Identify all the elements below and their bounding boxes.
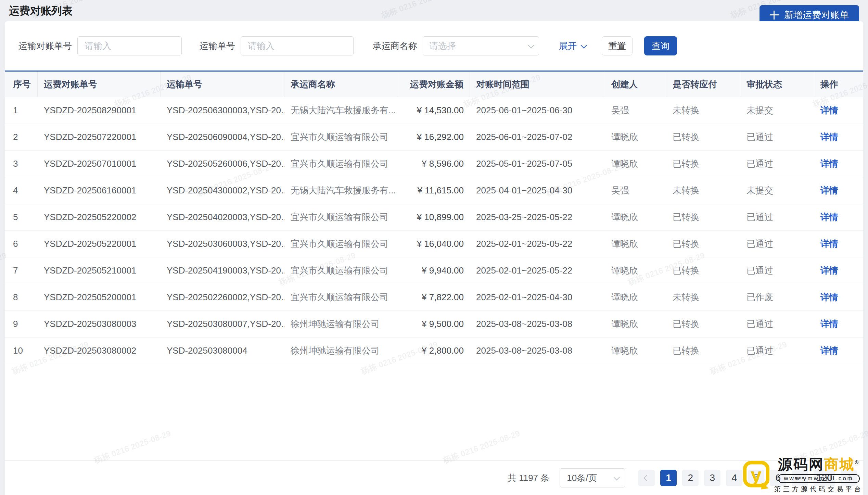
svg-text:y: y (751, 464, 762, 486)
cell-approval: 未提交 (740, 104, 814, 116)
pagination-bar: 共 1197 条 10条/页 123456 ••• 120 (5, 460, 863, 495)
header-cell: 创建人 (605, 72, 666, 97)
cell-bill_no: YSDZD-202508290001 (38, 105, 161, 116)
filter-bar: 运输对账单号 运输单号 承运商名称 请选择 展开 重置 查询 (5, 21, 863, 71)
cell-transport_no: YSD-202504020003,YSD-20... (161, 212, 284, 223)
cell-bill_no: YSDZD-202505220002 (38, 212, 161, 223)
cell-amount: ¥ 9,940.00 (398, 265, 470, 276)
cell-index: 1 (5, 105, 38, 116)
page-button-2[interactable]: 2 (682, 470, 699, 486)
detail-link[interactable]: 详情 (820, 265, 838, 276)
detail-link[interactable]: 详情 (820, 239, 838, 249)
cell-bill_no: YSDZD-202503080003 (38, 319, 161, 329)
reconcile-no-input[interactable] (77, 36, 182, 55)
carrier-select[interactable]: 请选择 (423, 36, 539, 55)
expand-link-label: 展开 (559, 40, 577, 52)
detail-link[interactable]: 详情 (820, 185, 838, 195)
carrier-select-placeholder: 请选择 (429, 40, 456, 52)
filter-label-reconcile-no: 运输对账单号 (18, 40, 72, 52)
cell-carrier: 无锡大陆汽车救援服务有... (284, 104, 398, 116)
cell-amount: ¥ 2,800.00 (398, 345, 470, 356)
table-row: 2YSDZD-202507220001YSD-202506090004,YSD-… (5, 124, 863, 151)
cell-converted: 已转换 (666, 158, 740, 170)
detail-link[interactable]: 详情 (820, 212, 838, 222)
plus-icon (770, 11, 779, 20)
cell-action: 详情 (814, 291, 863, 303)
page-title: 运费对账列表 (9, 0, 859, 22)
table-row: 9YSDZD-202503080003YSD-202503080007,YSD-… (5, 311, 863, 338)
page-size-select[interactable]: 10条/页 (560, 468, 625, 487)
detail-link[interactable]: 详情 (820, 105, 838, 115)
detail-link[interactable]: 详情 (820, 158, 838, 169)
header-cell: 承运商名称 (284, 72, 398, 97)
table-row: 7YSDZD-202505210001YSD-202504190003,YSD-… (5, 257, 863, 284)
cell-amount: ¥ 9,500.00 (398, 319, 470, 329)
cell-action: 详情 (814, 265, 863, 277)
cell-bill_no: YSDZD-202505210001 (38, 265, 161, 276)
header-cell: 序号 (5, 72, 38, 97)
cell-converted: 已转换 (666, 318, 740, 330)
cell-approval: 已通过 (740, 265, 814, 277)
cell-action: 详情 (814, 104, 863, 116)
header-cell: 运费对账单号 (38, 72, 161, 97)
cell-index: 5 (5, 212, 38, 223)
cell-transport_no: YSD-202503060003,YSD-20... (161, 239, 284, 249)
cell-amount: ¥ 11,615.00 (398, 185, 470, 196)
cell-creator: 吴强 (605, 185, 666, 196)
cell-index: 7 (5, 265, 38, 276)
cell-carrier: 宜兴市久顺运输有限公司 (284, 238, 398, 250)
cell-creator: 谭晓欣 (605, 158, 666, 170)
topbar: 运费对账列表 新增运费对账单 (0, 0, 868, 21)
cell-bill_no: YSDZD-202506160001 (38, 185, 161, 196)
cell-index: 8 (5, 292, 38, 303)
cell-amount: ¥ 16,292.00 (398, 132, 470, 142)
cell-period: 2025-06-01~2025-07-02 (470, 132, 605, 142)
reset-button[interactable]: 重置 (602, 36, 633, 55)
cell-converted: 未转换 (666, 104, 740, 116)
cell-carrier: 宜兴市久顺运输有限公司 (284, 291, 398, 303)
detail-link[interactable]: 详情 (820, 319, 838, 329)
cell-action: 详情 (814, 238, 863, 250)
main-panel: 运输对账单号 运输单号 承运商名称 请选择 展开 重置 查询 序号运费对账单号运… (5, 21, 863, 495)
cell-amount: ¥ 10,899.00 (398, 212, 470, 223)
expand-link[interactable]: 展开 (559, 40, 585, 52)
brand-text: 源码网商城® www.ymwmall.com 第三方源代码交易平台 (774, 457, 863, 494)
detail-link[interactable]: 详情 (820, 292, 838, 302)
transport-no-input[interactable] (241, 36, 354, 55)
cell-action: 详情 (814, 131, 863, 143)
cell-period: 2025-03-08~2025-03-08 (470, 319, 605, 329)
cell-amount: ¥ 14,530.00 (398, 105, 470, 116)
cell-index: 6 (5, 239, 38, 249)
cell-period: 2025-02-01~2025-05-22 (470, 239, 605, 249)
cell-period: 2025-06-01~2025-06-30 (470, 105, 605, 116)
cell-approval: 已通过 (740, 211, 814, 223)
add-reconcile-button-label: 新增运费对账单 (784, 9, 849, 21)
cell-bill_no: YSDZD-202503080002 (38, 345, 161, 356)
cell-carrier: 宜兴市久顺运输有限公司 (284, 211, 398, 223)
cell-period: 2025-03-25~2025-05-22 (470, 212, 605, 223)
page-button-3[interactable]: 3 (704, 470, 720, 486)
pagination-prev-button[interactable] (638, 470, 655, 486)
cell-amount: ¥ 8,596.00 (398, 158, 470, 169)
cell-action: 详情 (814, 211, 863, 223)
total-count: 共 1197 条 (508, 472, 549, 484)
detail-link[interactable]: 详情 (820, 132, 838, 142)
header-cell: 对账时间范围 (470, 72, 605, 97)
chevron-down-icon (614, 474, 620, 480)
cell-bill_no: YSDZD-202505200001 (38, 292, 161, 303)
cell-converted: 已转换 (666, 131, 740, 143)
cell-index: 10 (5, 345, 38, 356)
cell-converted: 未转换 (666, 291, 740, 303)
cell-approval: 已通过 (740, 131, 814, 143)
brand-reg-mark: ® (855, 460, 859, 465)
header-cell: 操作 (814, 72, 863, 97)
detail-link[interactable]: 详情 (820, 345, 838, 356)
cell-carrier: 宜兴市久顺运输有限公司 (284, 158, 398, 170)
brand-name-black: 源码网 (778, 456, 824, 472)
cell-creator: 谭晓欣 (605, 211, 666, 223)
cell-transport_no: YSD-202504300002,YSD-20... (161, 185, 284, 196)
cell-creator: 谭晓欣 (605, 291, 666, 303)
page-button-1[interactable]: 1 (660, 470, 677, 486)
page-button-4[interactable]: 4 (726, 470, 742, 486)
search-button[interactable]: 查询 (644, 36, 677, 55)
